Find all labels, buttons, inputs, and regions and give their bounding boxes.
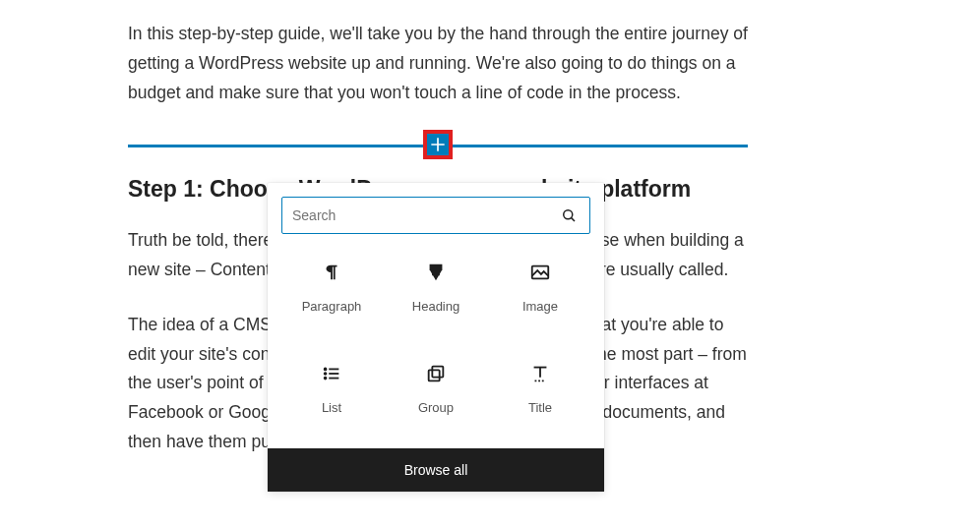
add-block-button[interactable] (423, 130, 453, 159)
svg-point-6 (325, 369, 327, 371)
browse-all-button[interactable]: Browse all (268, 448, 604, 492)
search-field[interactable] (281, 197, 590, 234)
block-label: Group (418, 400, 454, 415)
block-label: Image (522, 299, 558, 314)
heading-icon (425, 262, 447, 283)
block-label: Title (528, 400, 552, 415)
plus-icon (428, 135, 448, 154)
block-option-paragraph[interactable]: Paragraph (279, 250, 384, 322)
search-input[interactable] (292, 207, 558, 223)
block-option-image[interactable]: Image (488, 250, 592, 322)
search-button[interactable] (558, 205, 580, 226)
block-option-heading[interactable]: Heading (384, 250, 488, 322)
block-option-group[interactable]: Group (384, 351, 488, 423)
block-inserter-popover: Paragraph Heading Image List Group Title… (268, 183, 604, 492)
svg-point-7 (325, 373, 327, 375)
title-icon (529, 363, 551, 384)
search-icon (560, 206, 578, 224)
block-insert-divider (128, 133, 748, 156)
svg-point-8 (325, 378, 327, 380)
list-icon (321, 363, 342, 384)
svg-rect-9 (429, 370, 440, 381)
svg-rect-10 (432, 367, 443, 378)
group-icon (425, 363, 447, 384)
image-icon (529, 262, 551, 283)
svg-line-1 (572, 218, 575, 221)
block-label: List (322, 400, 341, 415)
block-option-title[interactable]: Title (488, 351, 592, 423)
block-label: Paragraph (302, 299, 362, 314)
intro-paragraph: In this step-by-step guide, we'll take y… (128, 20, 748, 107)
paragraph-icon (321, 262, 342, 283)
block-option-list[interactable]: List (279, 351, 384, 423)
block-label: Heading (412, 299, 459, 314)
svg-point-0 (564, 210, 573, 219)
